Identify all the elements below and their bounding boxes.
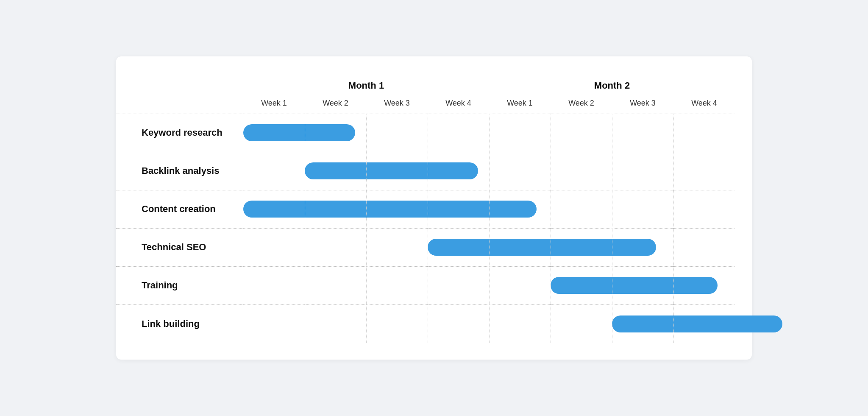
task-bar-container-5: [243, 304, 735, 343]
gantt-table: Month 1 Month 2 Week 1 Week 2 Week 3 Wee…: [116, 73, 735, 343]
week-m1-2-header: Week 2: [305, 95, 366, 114]
week-m2-4-header: Week 4: [673, 95, 735, 114]
week-m1-4-header: Week 4: [428, 95, 489, 114]
task-bar-3: [428, 239, 656, 256]
task-bar-container-3: [243, 228, 735, 266]
task-label-3: Technical SEO: [116, 228, 243, 266]
task-row: Backlink analysis: [116, 152, 735, 190]
task-bar-0: [243, 124, 355, 141]
task-label-2: Content creation: [116, 190, 243, 228]
task-bar-5: [612, 315, 782, 332]
task-bar-1: [305, 162, 478, 179]
week-m2-3-header: Week 3: [612, 95, 673, 114]
week-m2-1-header: Week 1: [489, 95, 551, 114]
week-m2-2-header: Week 2: [551, 95, 612, 114]
task-row: Keyword research: [116, 114, 735, 152]
task-bar-container-4: [243, 266, 735, 304]
task-row: Technical SEO: [116, 228, 735, 266]
task-row: Training: [116, 266, 735, 304]
task-row: Link building: [116, 304, 735, 343]
week-m1-3-header: Week 3: [366, 95, 428, 114]
week-header-row: Week 1 Week 2 Week 3 Week 4 Week 1 Week …: [116, 95, 735, 114]
task-bar-container-0: [243, 114, 735, 152]
gantt-chart: Month 1 Month 2 Week 1 Week 2 Week 3 Wee…: [116, 56, 752, 360]
task-bar-2: [243, 201, 537, 218]
task-label-0: Keyword research: [116, 114, 243, 152]
task-bar-container-1: [243, 152, 735, 190]
month-2-header: Month 2: [489, 73, 735, 95]
task-bar-container-2: [243, 190, 735, 228]
task-label-1: Backlink analysis: [116, 152, 243, 190]
month-1-header: Month 1: [243, 73, 489, 95]
month-header-row: Month 1 Month 2: [116, 73, 735, 95]
week-m1-1-header: Week 1: [243, 95, 305, 114]
task-label-4: Training: [116, 266, 243, 304]
task-bar-4: [551, 277, 718, 294]
task-row: Content creation: [116, 190, 735, 228]
task-label-5: Link building: [116, 304, 243, 343]
